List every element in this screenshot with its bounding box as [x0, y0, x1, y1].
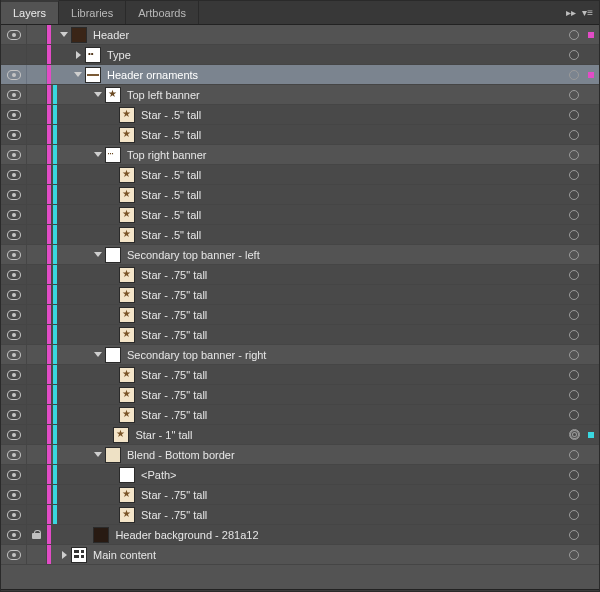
visibility-toggle[interactable] [1, 465, 27, 484]
layer-row[interactable]: Star - .5" tall [1, 205, 599, 225]
tab-layers[interactable]: Layers [1, 0, 59, 24]
layer-thumbnail[interactable] [119, 307, 135, 323]
visibility-toggle[interactable] [1, 425, 27, 444]
selection-indicator[interactable] [583, 432, 599, 438]
target-button[interactable] [565, 290, 583, 300]
layer-thumbnail[interactable] [119, 127, 135, 143]
lock-toggle[interactable] [27, 405, 47, 424]
target-button[interactable] [565, 30, 583, 40]
layer-row[interactable]: Main content [1, 545, 599, 565]
layer-thumbnail[interactable] [71, 27, 87, 43]
target-button[interactable] [565, 190, 583, 200]
layer-thumbnail[interactable] [119, 227, 135, 243]
layer-row[interactable]: Star - .5" tall [1, 225, 599, 245]
layer-row[interactable]: Star - .75" tall [1, 365, 599, 385]
visibility-toggle[interactable] [1, 525, 27, 544]
visibility-toggle[interactable] [1, 365, 27, 384]
lock-toggle[interactable] [27, 165, 47, 184]
lock-toggle[interactable] [27, 345, 47, 364]
lock-toggle[interactable] [27, 285, 47, 304]
layer-thumbnail[interactable] [105, 147, 121, 163]
selection-indicator[interactable] [583, 32, 599, 38]
visibility-toggle[interactable] [1, 105, 27, 124]
visibility-toggle[interactable] [1, 285, 27, 304]
layer-label[interactable]: Secondary top banner - left [127, 249, 260, 261]
layer-thumbnail[interactable] [119, 207, 135, 223]
layer-thumbnail[interactable] [119, 287, 135, 303]
layer-thumbnail[interactable] [119, 327, 135, 343]
visibility-toggle[interactable] [1, 45, 27, 64]
visibility-toggle[interactable] [1, 125, 27, 144]
layer-thumbnail[interactable] [113, 427, 129, 443]
tab-libraries[interactable]: Libraries [59, 1, 126, 24]
layer-label[interactable]: Star - .5" tall [141, 129, 201, 141]
layer-row[interactable]: Star - .75" tall [1, 505, 599, 525]
layer-label[interactable]: Star - .75" tall [141, 269, 207, 281]
layer-thumbnail[interactable] [119, 467, 135, 483]
lock-toggle[interactable] [27, 205, 47, 224]
layer-thumbnail[interactable] [71, 547, 87, 563]
layer-row[interactable]: Header [1, 25, 599, 45]
layer-row[interactable]: <Path> [1, 465, 599, 485]
layer-thumbnail[interactable] [105, 247, 121, 263]
layer-row[interactable]: Star - .75" tall [1, 285, 599, 305]
layer-row[interactable]: Star - .75" tall [1, 265, 599, 285]
layer-label[interactable]: Star - .5" tall [141, 109, 201, 121]
visibility-toggle[interactable] [1, 305, 27, 324]
layer-row[interactable]: Type [1, 45, 599, 65]
layer-thumbnail[interactable] [119, 187, 135, 203]
disclosure-toggle[interactable] [71, 51, 85, 59]
target-button[interactable] [565, 390, 583, 400]
layer-row[interactable]: Header ornaments [1, 65, 599, 85]
disclosure-toggle[interactable] [91, 452, 105, 457]
layer-label[interactable]: Header [93, 29, 129, 41]
lock-toggle[interactable] [27, 325, 47, 344]
panel-menu-icon[interactable]: ▾≡ [582, 7, 593, 18]
layer-label[interactable]: Top right banner [127, 149, 207, 161]
layer-label[interactable]: Top left banner [127, 89, 200, 101]
layer-row[interactable]: Star - .75" tall [1, 325, 599, 345]
layer-row[interactable]: Star - .5" tall [1, 165, 599, 185]
layer-row[interactable]: Header background - 281a12 [1, 525, 599, 545]
disclosure-toggle[interactable] [91, 152, 105, 157]
layer-label[interactable]: <Path> [141, 469, 176, 481]
layer-label[interactable]: Type [107, 49, 131, 61]
lock-toggle[interactable] [27, 225, 47, 244]
layer-thumbnail[interactable] [105, 87, 121, 103]
layer-label[interactable]: Star - .75" tall [141, 389, 207, 401]
visibility-toggle[interactable] [1, 165, 27, 184]
lock-toggle[interactable] [27, 25, 47, 44]
visibility-toggle[interactable] [1, 385, 27, 404]
target-button[interactable] [565, 330, 583, 340]
layer-label[interactable]: Main content [93, 549, 156, 561]
layer-thumbnail[interactable] [105, 347, 121, 363]
disclosure-toggle[interactable] [57, 32, 71, 37]
lock-toggle[interactable] [27, 85, 47, 104]
target-button[interactable] [565, 350, 583, 360]
layer-thumbnail[interactable] [119, 487, 135, 503]
layer-thumbnail[interactable] [85, 67, 101, 83]
visibility-toggle[interactable] [1, 145, 27, 164]
target-button[interactable] [565, 70, 583, 80]
visibility-toggle[interactable] [1, 505, 27, 524]
visibility-toggle[interactable] [1, 185, 27, 204]
layer-thumbnail[interactable] [119, 387, 135, 403]
target-button[interactable] [565, 410, 583, 420]
layer-row[interactable]: Secondary top banner - left [1, 245, 599, 265]
lock-toggle[interactable] [27, 385, 47, 404]
visibility-toggle[interactable] [1, 405, 27, 424]
tab-artboards[interactable]: Artboards [126, 1, 199, 24]
visibility-toggle[interactable] [1, 325, 27, 344]
target-button[interactable] [565, 150, 583, 160]
lock-toggle[interactable] [27, 445, 47, 464]
layer-label[interactable]: Star - .75" tall [141, 509, 207, 521]
disclosure-toggle[interactable] [91, 352, 105, 357]
visibility-toggle[interactable] [1, 85, 27, 104]
target-button[interactable] [565, 50, 583, 60]
lock-toggle[interactable] [27, 425, 47, 444]
layer-label[interactable]: Star - 1" tall [135, 429, 192, 441]
layer-row[interactable]: Star - .5" tall [1, 105, 599, 125]
layer-row[interactable]: Star - .75" tall [1, 405, 599, 425]
layer-thumbnail[interactable] [119, 507, 135, 523]
layer-label[interactable]: Secondary top banner - right [127, 349, 266, 361]
